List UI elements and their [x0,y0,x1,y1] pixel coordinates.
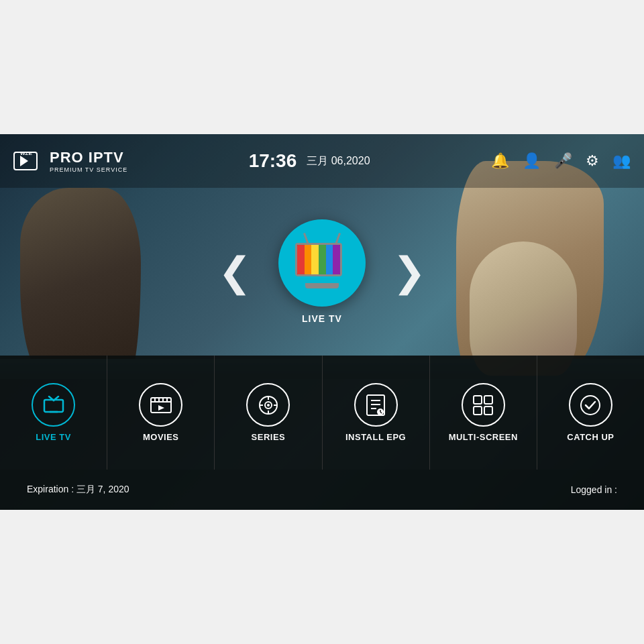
live-tv-svg [43,396,64,415]
install-epg-nav-icon [354,383,398,427]
prev-arrow[interactable]: ❮ [191,235,278,309]
svg-rect-26 [484,396,492,404]
tv-legs [305,283,339,288]
center-feature: LIVE TV [278,219,366,324]
series-nav-label: SERIES [252,432,286,442]
svg-rect-27 [474,407,482,415]
install-epg-nav-label: INSTALL EPG [345,432,406,442]
nav-item-install-epg[interactable]: INSTALL EPG [323,356,430,470]
movies-svg [150,395,172,415]
logo-group: PRO IPTV PREMIUM TV SERVICE [50,149,127,173]
live-tv-circle[interactable] [278,219,366,307]
multi-screen-svg [472,394,494,417]
catch-up-svg [579,394,602,417]
logo-box: WZE [13,152,38,170]
tv-icon [295,243,349,283]
next-arrow[interactable]: ❯ [366,235,453,309]
mic-icon[interactable]: 🎤 [554,152,572,170]
nav-item-live-tv[interactable]: LIVE TV [0,356,107,470]
nav-item-catch-up[interactable]: CATCH UP [537,356,644,470]
logo-tag: WZE [20,150,32,156]
svg-rect-4 [151,398,171,413]
logo-play-icon [20,156,28,166]
nav-item-movies[interactable]: MOVIES [107,356,215,470]
time-display: 17:36 [249,150,297,172]
svg-rect-0 [44,400,63,412]
live-tv-nav-icon [32,383,75,427]
svg-marker-10 [158,405,164,411]
multi-screen-nav-label: MULTI-SCREEN [449,432,518,442]
catch-up-nav-label: CATCH UP [567,432,614,442]
svg-point-13 [267,404,270,407]
user-icon[interactable]: 👤 [523,152,541,170]
main-content: ❮ LIVE TV ❯ [0,188,644,356]
settings-icon[interactable]: ⚙ [586,152,599,170]
svg-rect-28 [484,407,492,415]
install-epg-svg [366,394,386,417]
series-nav-icon [246,383,290,427]
footer: Expiration : 三月 7, 2020 Logged in : [0,470,644,510]
movies-nav-icon [139,383,182,427]
svg-rect-25 [474,396,482,404]
app-subtitle: PREMIUM TV SERVICE [50,166,127,173]
nav-item-multi-screen[interactable]: MULTI-SCREEN [430,356,537,470]
header-icons: 🔔 👤 🎤 ⚙ 👥 [491,152,631,170]
nav-item-series[interactable]: SERIES [215,356,322,470]
catch-up-nav-icon [569,383,612,427]
header: WZE PRO IPTV PREMIUM TV SERVICE 17:36 三月… [0,134,644,188]
expiration-text: Expiration : 三月 7, 2020 [27,484,129,496]
bell-icon[interactable]: 🔔 [491,152,509,170]
logged-in-text: Logged in : [571,484,617,495]
movies-nav-label: MOVIES [143,432,179,442]
center-feature-label: LIVE TV [302,313,342,324]
bottom-nav: LIVE TV MOVIES [0,356,644,470]
app-container: WZE PRO IPTV PREMIUM TV SERVICE 17:36 三月… [0,134,644,510]
header-center: 17:36 三月 06,2020 [127,150,491,172]
app-title: PRO IPTV [50,149,127,166]
svg-point-29 [581,396,600,415]
series-svg [257,394,280,417]
group-icon[interactable]: 👥 [612,152,631,170]
live-tv-nav-label: LIVE TV [36,432,71,442]
tv-screen [295,243,342,276]
date-display: 三月 06,2020 [307,154,370,168]
multi-screen-nav-icon [462,383,505,427]
